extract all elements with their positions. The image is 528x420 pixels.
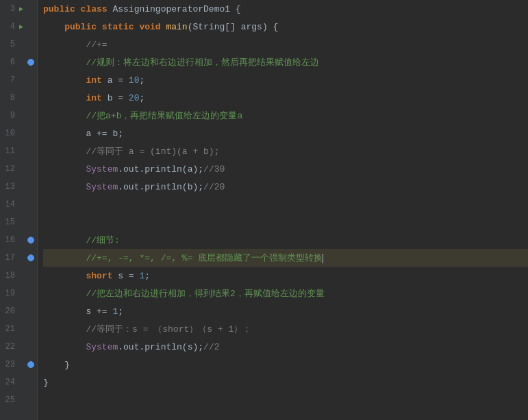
code-line-content: //把a+b，再把结果赋值给左边的变量a <box>43 109 242 122</box>
token-out-txt: out <box>123 182 139 192</box>
code-line: //规则：将左边和右边进行相加，然后再把结果赋值给左边 <box>43 53 528 71</box>
code-line: public class AssigningoperatorDemo1 { <box>43 0 528 18</box>
breakpoint-dot[interactable] <box>27 94 34 101</box>
indent <box>43 111 86 121</box>
gutter-row: 14 <box>0 196 37 213</box>
breakpoint-dot[interactable] <box>27 397 34 404</box>
token-out-txt: out <box>123 342 139 352</box>
token-kw: public <box>64 22 102 32</box>
gutter-row: 6 <box>0 53 37 71</box>
gutter-row: 18 <box>0 267 37 285</box>
gutter-row: 21 <box>0 320 37 338</box>
breakpoint-dot[interactable] <box>27 290 34 297</box>
line-number: 24 <box>1 378 15 387</box>
line-number: 4 <box>1 22 15 31</box>
indent <box>43 146 86 157</box>
breakpoint-dot[interactable] <box>27 361 34 368</box>
breakpoint-dot[interactable] <box>27 201 34 208</box>
run-arrow-icon <box>16 164 26 174</box>
run-arrow-icon[interactable]: ▶ <box>16 4 26 14</box>
token-plain: ; <box>144 271 150 281</box>
line-number: 10 <box>1 129 15 138</box>
gutter-row: 5 <box>0 36 37 53</box>
breakpoint-dot[interactable] <box>27 166 34 172</box>
breakpoint-dot[interactable] <box>27 112 34 119</box>
token-comment-cn: //+=, -=, *=, /=, %= 底层都隐藏了一个强制类型转换 <box>86 253 323 263</box>
token-plain: .println(b); <box>139 182 203 192</box>
indent <box>43 253 86 263</box>
breakpoint-dot[interactable] <box>27 41 34 48</box>
gutter-row: 7 <box>0 71 37 89</box>
token-plain: .println(a); <box>139 164 203 174</box>
breakpoint-dot[interactable] <box>27 59 34 66</box>
text-cursor <box>323 254 323 263</box>
token-plain: } <box>43 378 49 388</box>
indent <box>43 324 86 334</box>
token-comment-cn: //规则：将左边和右边进行相加，然后再把结果赋值给左边 <box>86 57 319 68</box>
token-result: //2 <box>203 342 219 352</box>
breakpoint-dot[interactable] <box>27 23 34 30</box>
code-line: int b = 20; <box>43 89 528 107</box>
code-line-content: //把左边和右边进行相加，得到结果2，再赋值给左边的变量 <box>43 287 325 300</box>
line-number: 20 <box>1 306 15 316</box>
token-kw: short <box>86 271 118 281</box>
indent <box>43 235 86 246</box>
breakpoint-dot[interactable] <box>27 308 34 315</box>
code-line: } <box>43 356 528 373</box>
breakpoint-dot[interactable] <box>27 326 34 332</box>
run-arrow-icon <box>16 182 26 192</box>
breakpoint-dot[interactable] <box>27 237 34 244</box>
breakpoint-dot[interactable] <box>27 183 34 190</box>
code-line: //把左边和右边进行相加，得到结果2，再赋值给左边的变量 <box>43 285 528 302</box>
code-line-content: //细节: <box>43 234 120 246</box>
breakpoint-dot[interactable] <box>27 254 34 261</box>
run-arrow-icon <box>16 235 26 245</box>
indent <box>43 57 86 68</box>
code-line: s += 1; <box>43 302 528 320</box>
token-plain: s = <box>118 271 139 281</box>
token-kw: int <box>86 75 107 86</box>
line-number: 11 <box>1 146 15 156</box>
breakpoint-dot[interactable] <box>27 148 34 155</box>
token-kw: void <box>139 22 166 32</box>
line-number: 25 <box>1 395 15 405</box>
breakpoint-dot[interactable] <box>27 5 34 12</box>
code-area[interactable]: public class AssigningoperatorDemo1 { pu… <box>38 0 528 420</box>
code-editor: 3▶4▶567891011121314151617181920212223242… <box>0 0 528 420</box>
gutter-row: 15 <box>0 213 37 231</box>
line-number: 21 <box>1 324 15 334</box>
token-comment-cn: //把a+b，再把结果赋值给左边的变量a <box>86 111 242 121</box>
token-method: main <box>166 22 187 32</box>
code-line-content: //+= <box>43 40 108 50</box>
indent <box>43 306 86 317</box>
gutter-row: 20 <box>0 302 37 320</box>
code-line-content: int b = 20; <box>43 93 144 103</box>
indent <box>43 182 86 192</box>
code-line: public static void main(String[] args) { <box>43 18 528 36</box>
run-arrow-icon <box>16 111 26 120</box>
token-sys: System <box>86 164 118 174</box>
gutter-row: 19 <box>0 285 37 302</box>
token-plain: a += b; <box>86 129 123 139</box>
breakpoint-dot[interactable] <box>27 77 34 83</box>
token-comment: //等同于 a = (int)(a + b); <box>86 146 219 157</box>
gutter-row: 16 <box>0 231 37 249</box>
line-number: 15 <box>1 218 15 227</box>
breakpoint-dot[interactable] <box>27 272 34 279</box>
code-line-content: short s = 1; <box>43 271 150 281</box>
breakpoint-dot[interactable] <box>27 343 34 350</box>
breakpoint-dot[interactable] <box>27 130 34 137</box>
code-line-content: System.out.println(s);//2 <box>43 342 219 352</box>
token-comment-cn: //细节: <box>86 235 119 246</box>
line-number: 7 <box>1 75 15 85</box>
token-number: 10 <box>129 75 140 86</box>
run-arrow-icon[interactable]: ▶ <box>16 22 26 31</box>
code-line-content: //规则：将左边和右边进行相加，然后再把结果赋值给左边 <box>43 56 319 68</box>
breakpoint-dot[interactable] <box>27 379 34 386</box>
line-number: 5 <box>1 40 15 49</box>
code-line-content: int a = 10; <box>43 75 144 86</box>
code-line: int a = 10; <box>43 71 528 89</box>
token-sys: System <box>86 182 118 192</box>
indent <box>43 93 86 103</box>
breakpoint-dot[interactable] <box>27 219 34 226</box>
